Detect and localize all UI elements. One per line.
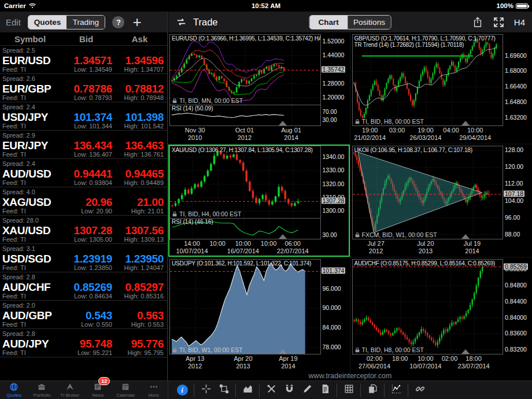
toolbar-chain-link-button[interactable] (413, 384, 426, 397)
scroll-indicator[interactable] (279, 121, 287, 125)
tab-quotes[interactable]: Quotes (0, 381, 28, 399)
rsi-plot[interactable]: RSI (14) (50.09) (169, 105, 321, 126)
toolbar-area-chart-button[interactable] (241, 384, 254, 397)
ask-price[interactable]: 95.776 (112, 338, 164, 350)
quote-row-xagusd[interactable]: Spread: 4.0XAG/USD20.9621.00Feed: TILow:… (0, 187, 167, 216)
ask-price[interactable]: 0.85297 (112, 281, 164, 294)
quote-row-eurjpy[interactable]: Spread: 2.9EUR/JPY136.434136.463Feed: TI… (0, 131, 167, 159)
scroll-indicator[interactable] (461, 121, 470, 125)
column-bid[interactable]: Bid (60, 34, 112, 44)
scroll-indicator[interactable] (461, 234, 470, 239)
tab-ti-broker[interactable]: TI Broker (56, 381, 84, 399)
tab-chart[interactable]: Chart (309, 16, 348, 29)
rsi-tick-label: 30.00 (323, 116, 337, 123)
quote-row-usdjpy[interactable]: Spread: 2.4USD/JPY101.374101.398Feed: TI… (0, 102, 167, 131)
timeframe-button[interactable]: H4 (514, 17, 525, 27)
tab-positions[interactable]: Positions (348, 16, 391, 29)
chart-panel-gbpusd[interactable]: GBP/USD (O:1.70614, H:1.70790, L:1.70590… (351, 33, 532, 143)
price-plot[interactable]: AUD/CHF (O:0.85175, H:0.85299, L:0.85164… (352, 259, 504, 354)
bid-price[interactable]: 95.748 (60, 338, 112, 350)
toolbar-transform-box-button[interactable] (217, 384, 230, 397)
spread-label: Spread: 3.1 (0, 245, 167, 253)
low-label: Low: 20.90 (60, 208, 112, 216)
ask-price[interactable]: 1307.56 (112, 224, 164, 237)
feed-label: Feed: TI (0, 66, 60, 74)
edit-button[interactable]: Edit (6, 17, 21, 27)
tab-news[interactable]: News12 (84, 381, 112, 399)
toolbar-indicator-line-button[interactable] (390, 384, 402, 397)
tab-quotes[interactable]: Quotes (28, 16, 67, 29)
ask-price[interactable]: 0.78812 (112, 83, 164, 95)
quote-row-audusd[interactable]: Spread: 2.4AUD/USD0.944410.94465Feed: TI… (0, 159, 167, 187)
tab-calendar[interactable]: Calendar (112, 381, 139, 399)
quote-row-audchf[interactable]: Spread: 2.8AUD/CHF0.852690.85297Feed: TI… (0, 272, 167, 301)
magnet-icon (284, 383, 295, 397)
ask-price[interactable]: 1.34596 (112, 54, 164, 67)
bid-price[interactable]: 1307.28 (60, 224, 112, 237)
bid-price[interactable]: 0.78786 (60, 83, 112, 95)
scroll-indicator[interactable] (279, 349, 287, 354)
time-tick-label: Oct 012012 (235, 127, 254, 142)
share-button[interactable] (472, 16, 483, 28)
fullscreen-button[interactable] (493, 16, 505, 28)
quote-row-eurusd[interactable]: Spread: 2.5EUR/USD1.345711.34596Feed: TI… (0, 46, 167, 74)
quote-row-xauusd[interactable]: Spread: 28.0XAU/USD1307.281307.56Feed: T… (0, 216, 167, 244)
quote-row-audjpy[interactable]: Spread: 2.8AUD/JPY95.74895.776Feed: TILo… (0, 329, 167, 357)
bid-price[interactable]: 0.94441 (60, 168, 112, 180)
charts-grid: EUR/USD (O:1.36966, H:1.36995, L:1.34539… (168, 33, 532, 372)
ask-price[interactable]: 136.463 (112, 139, 164, 152)
toolbar-magnet-button[interactable] (283, 384, 295, 397)
ask-price[interactable]: 101.398 (112, 111, 164, 124)
high-label: High: 0.78948 (112, 94, 164, 102)
current-price-tag: 1307.28 (322, 198, 346, 204)
column-symbol[interactable]: Symbol (0, 34, 60, 44)
bid-price[interactable]: 0.85269 (60, 281, 112, 294)
time-tick-label: 10:0029/04/2014 (459, 127, 491, 142)
toolbar-crosshair-button[interactable] (200, 384, 212, 397)
toolbar-grid-button[interactable] (342, 384, 355, 397)
price-plot[interactable]: GBP/USD (O:1.70614, H:1.70790, L:1.70590… (352, 34, 504, 126)
rsi-plot[interactable]: RSI (14) (46.16) (169, 219, 321, 239)
quote-row-audgbp[interactable]: Spread: 2.0AUD/GBP0.5430.563Feed: TILow:… (0, 301, 167, 329)
price-plot[interactable]: EUR/USD (O:1.36966, H:1.36995, L:1.34539… (169, 34, 321, 105)
bid-price[interactable]: 136.434 (60, 139, 112, 152)
toolbar-pencil-button[interactable] (301, 384, 313, 397)
chart-panel-xauusd[interactable]: XAU/USD (O:1306.27, H:1307.84, L:1305.94… (168, 145, 350, 257)
tab-label: Portfolio (34, 393, 50, 398)
time-tick-label: 19:0026/03/2014 (409, 127, 441, 142)
chart-panel-eurusd[interactable]: EUR/USD (O:1.36966, H:1.36995, L:1.34539… (168, 33, 350, 143)
ask-price[interactable]: 0.94465 (112, 168, 164, 180)
bid-price[interactable]: 20.96 (60, 196, 112, 209)
help-button[interactable]: ? (112, 16, 124, 28)
briefcase-icon (37, 382, 46, 393)
toolbar-document-button[interactable] (319, 384, 331, 397)
quote-row-eurgbp[interactable]: Spread: 2.6EUR/GBP0.787860.78812Feed: TI… (0, 74, 167, 102)
chart-panel-ukoil[interactable]: UKOil (O:106.95, H:108.37, L:106.77, C:1… (351, 145, 532, 257)
toolbar-info-button[interactable]: i (176, 384, 189, 397)
tab-more[interactable]: More (140, 381, 168, 399)
price-plot[interactable]: UKOil (O:106.95, H:108.37, L:106.77, C:1… (352, 146, 504, 239)
bid-price[interactable]: 0.543 (60, 309, 112, 322)
add-symbol-button[interactable]: + (132, 16, 141, 28)
price-plot[interactable]: USD/JPY (O:101.362, H:101.592, L:101.322… (169, 259, 321, 354)
toolbar-tools-button[interactable] (265, 384, 278, 397)
scroll-indicator[interactable] (461, 349, 470, 354)
tab-trading[interactable]: Trading (66, 16, 105, 29)
bid-price[interactable]: 101.374 (60, 111, 112, 124)
chart-panel-usdjpy[interactable]: USD/JPY (O:101.362, H:101.592, L:101.322… (168, 258, 350, 372)
switch-symbol-icon[interactable] (175, 17, 187, 27)
ask-price[interactable]: 21.00 (112, 196, 164, 209)
bid-price[interactable]: 1.23919 (60, 253, 112, 265)
ask-price[interactable]: 0.563 (112, 309, 164, 322)
quote-row-usdsgd[interactable]: Spread: 3.1USD/SGD1.239191.23950Feed: TI… (0, 244, 167, 272)
toolbar-divider (360, 383, 361, 397)
column-ask[interactable]: Ask (112, 34, 167, 44)
ask-price[interactable]: 1.23950 (112, 253, 164, 265)
chart-panel-audchf[interactable]: AUD/CHF (O:0.85175, H:0.85299, L:0.85164… (351, 258, 532, 372)
scroll-indicator[interactable] (279, 234, 287, 239)
toolbar-pages-button[interactable] (366, 384, 379, 397)
price-plot[interactable]: XAU/USD (O:1306.27, H:1307.84, L:1305.94… (169, 146, 321, 219)
tab-portfolio[interactable]: Portfolio (28, 381, 56, 399)
symbol-label: AUD/GBP (0, 309, 60, 322)
bid-price[interactable]: 1.34571 (60, 54, 112, 67)
